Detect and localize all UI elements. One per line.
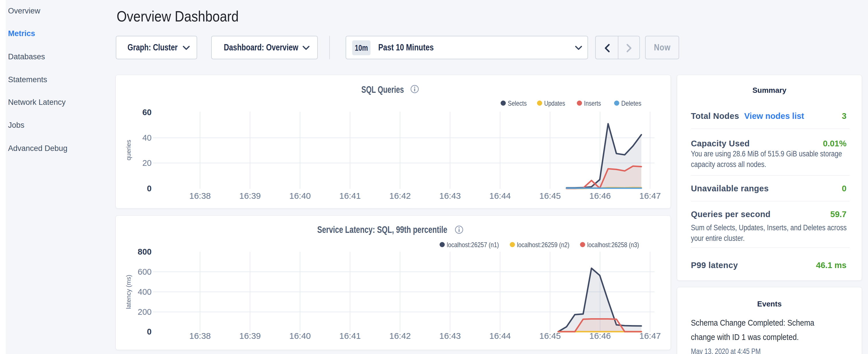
svg-text:16:40: 16:40 xyxy=(289,331,311,341)
svg-text:800: 800 xyxy=(138,247,152,256)
svg-text:Selects: Selects xyxy=(508,99,527,107)
svg-text:16:45: 16:45 xyxy=(539,331,561,341)
svg-text:16:38: 16:38 xyxy=(189,191,211,200)
svg-text:16:40: 16:40 xyxy=(289,191,311,200)
svg-text:0: 0 xyxy=(147,327,152,336)
svg-text:16:46: 16:46 xyxy=(589,191,611,200)
svg-text:16:47: 16:47 xyxy=(639,331,661,341)
svg-text:16:43: 16:43 xyxy=(439,331,461,341)
svg-text:20: 20 xyxy=(143,158,152,167)
svg-text:16:44: 16:44 xyxy=(489,191,510,200)
svg-text:16:42: 16:42 xyxy=(389,191,411,200)
svg-text:localhost:26259 (n2): localhost:26259 (n2) xyxy=(517,241,569,249)
svg-text:400: 400 xyxy=(138,287,152,296)
svg-text:16:46: 16:46 xyxy=(589,331,611,341)
svg-text:60: 60 xyxy=(143,108,152,117)
svg-text:16:39: 16:39 xyxy=(239,191,261,200)
svg-text:16:44: 16:44 xyxy=(489,331,510,341)
svg-text:16:43: 16:43 xyxy=(439,191,461,200)
svg-text:Inserts: Inserts xyxy=(584,99,601,107)
svg-text:localhost:26257 (n1): localhost:26257 (n1) xyxy=(447,241,499,249)
svg-text:Deletes: Deletes xyxy=(621,99,641,107)
svg-text:16:38: 16:38 xyxy=(189,331,211,341)
svg-text:Updates: Updates xyxy=(544,99,565,107)
svg-text:16:41: 16:41 xyxy=(339,191,361,200)
svg-text:0: 0 xyxy=(147,184,152,193)
svg-text:queries: queries xyxy=(125,140,132,160)
svg-text:16:42: 16:42 xyxy=(389,331,411,341)
svg-text:600: 600 xyxy=(138,267,152,277)
svg-text:200: 200 xyxy=(138,307,152,317)
svg-text:16:47: 16:47 xyxy=(639,191,661,200)
svg-text:40: 40 xyxy=(143,133,152,142)
svg-text:16:45: 16:45 xyxy=(539,191,561,200)
svg-text:localhost:26258 (n3): localhost:26258 (n3) xyxy=(587,241,639,249)
svg-text:latency (ms): latency (ms) xyxy=(125,275,132,309)
svg-text:16:41: 16:41 xyxy=(339,331,361,341)
svg-text:16:39: 16:39 xyxy=(239,331,261,341)
